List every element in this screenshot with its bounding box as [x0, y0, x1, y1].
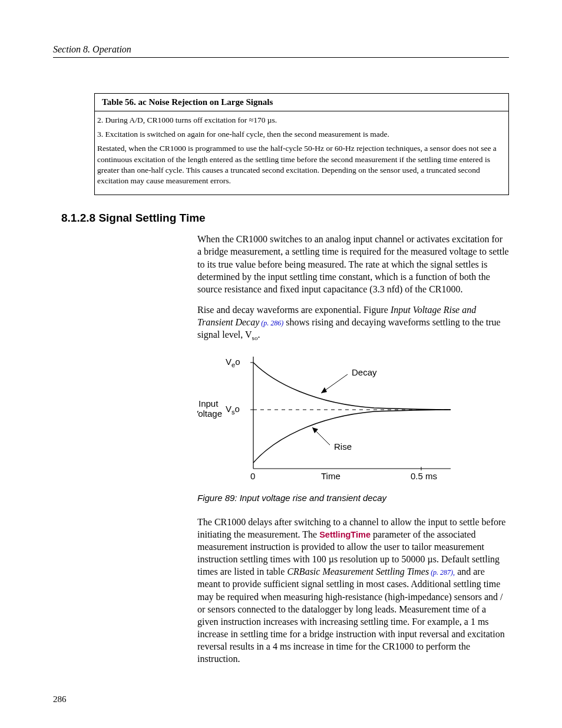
- paragraph-2: Rise and decay waveforms are exponential…: [197, 304, 509, 342]
- fig-vs: Vso: [226, 404, 240, 416]
- section-heading: 8.1.2.8 Signal Settling Time: [61, 212, 509, 225]
- table-56: Table 56. ac Noise Rejection on Large Si…: [94, 93, 509, 195]
- figure-svg: Veo Vso Input Voltage Decay Rise 0 Time …: [197, 351, 468, 486]
- fig-rise-label: Rise: [334, 442, 352, 452]
- table-line-2: 2. During A/D, CR1000 turns off excitati…: [97, 115, 506, 126]
- fig-x0: 0: [250, 471, 255, 481]
- p3-text3: and are meant to provide sufficient sign…: [197, 566, 505, 664]
- fig-xend: 0.5 ms: [411, 471, 437, 481]
- svg-marker-6: [321, 387, 327, 393]
- p2-period: .: [258, 330, 260, 340]
- table-title: Table 56. ac Noise Rejection on Large Si…: [95, 94, 508, 111]
- table-para: Restated, when the CR1000 is programmed …: [97, 143, 506, 186]
- page-number: 286: [53, 694, 67, 704]
- fig-decay-label: Decay: [352, 367, 377, 377]
- table-line-3: 3. Excitation is switched on again for o…: [97, 129, 506, 140]
- p3-table-ref: CRBasic Measurement Settling Times: [287, 566, 429, 577]
- fig-ylabel1: Input: [199, 398, 219, 409]
- header-rule: [53, 57, 509, 58]
- paragraph-1: When the CR1000 switches to an analog in…: [197, 233, 509, 295]
- p2-page-ref[interactable]: (p. 286): [259, 319, 283, 327]
- fig-xlabel: Time: [321, 471, 340, 481]
- p2-sub: so: [252, 334, 258, 341]
- figure-89: Veo Vso Input Voltage Decay Rise 0 Time …: [197, 351, 509, 504]
- p2-text: Rise and decay waveforms are exponential…: [197, 305, 391, 315]
- table-body: 2. During A/D, CR1000 turns off excitati…: [95, 111, 508, 195]
- running-header: Section 8. Operation: [53, 44, 509, 55]
- p3-page-ref[interactable]: (p. 287),: [429, 568, 455, 577]
- fig-ylabel2: Voltage: [197, 409, 222, 419]
- fig-ve: Veo: [226, 357, 240, 368]
- p3-param: SettlingTime: [319, 530, 371, 539]
- body-text: When the CR1000 switches to an analog in…: [197, 233, 509, 665]
- figure-caption: Figure 89: Input voltage rise and transi…: [197, 492, 509, 504]
- paragraph-3: The CR1000 delays after switching to a c…: [197, 516, 509, 665]
